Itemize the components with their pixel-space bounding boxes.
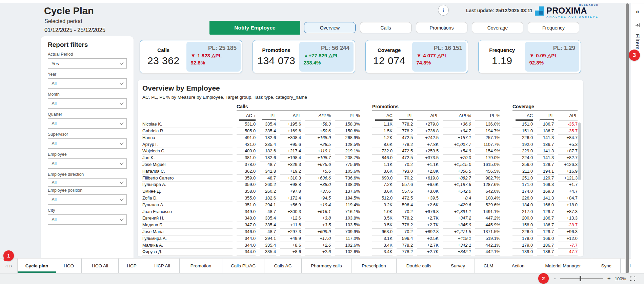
tab-promotions[interactable]: Promotions [416,22,467,33]
table-cell: 351.0 [237,202,256,209]
column-header-coverage-pl[interactable]: ΔPL [558,113,578,118]
column-header-calls-ac[interactable]: AC ↓ [237,113,256,118]
table-row[interactable]: Малика А.344.0335.4+8.6+2.6102.6%3.4K778… [142,242,579,249]
table-row[interactable]: Наталия С.362.0342.8+19.2+5.6105.6%3.6K7… [142,168,579,175]
next-page-arrow-icon[interactable]: ▷ [10,264,13,268]
bottom-tab-action[interactable]: Action [502,259,534,273]
bottom-tab-calls-ac[interactable]: Calls AC [264,259,302,273]
table-cell: +2.8K [417,168,439,175]
bottom-tab-hco[interactable]: HCO [56,259,82,273]
prev-page-arrow-icon[interactable]: ◁ [5,264,7,268]
bottom-tab-pharmacy-calls[interactable]: Pharmacy calls [302,259,351,273]
column-header-calls-pl[interactable]: ΔPL [280,113,301,118]
bottom-tab-hco-all[interactable]: HCO All [82,259,119,273]
filter-dropdown-supervisor[interactable]: All [48,138,127,149]
bottom-tab-double-calls[interactable]: Double calls [397,259,441,273]
filter-dropdown-month[interactable]: All [48,98,127,109]
table-scrollbar[interactable] [578,122,581,180]
zoom-out-button[interactable]: - [554,277,556,280]
tab-coverage[interactable]: Coverage [472,22,523,33]
zoom-in-button[interactable]: + [607,277,611,280]
column-header-promotions-pl[interactable]: PL % [475,113,500,118]
kpi-plan-box: PL: 1.29▼-0.09 △PL92.8% [525,42,579,72]
column-header-promotions-pl[interactable]: ΔPL [417,113,439,118]
column-header-calls-pl[interactable]: PL % [335,113,360,118]
bottom-tab-survey[interactable]: Survey [441,259,475,273]
filter-dropdown-city[interactable]: All [48,214,127,225]
matrix: CallsPromotionsCoverageAC ↓PLΔPLΔPL%PL %… [142,102,579,255]
filter-dropdown-quarter[interactable]: All [48,118,127,129]
bottom-tab-promotion[interactable]: Promotion [180,259,222,273]
collapse-filters-icon[interactable] [635,23,640,28]
column-header-promotions-ac[interactable]: AC [372,113,393,118]
table-cell: 179.0 [512,242,533,249]
expand-filters-chevron-icon[interactable]: « [636,8,639,15]
table-row[interactable]: Артур Г.431.0335.4+95.6+28.5128.5%8.6K77… [142,141,579,148]
info-icon[interactable]: i [438,5,449,16]
filter-dropdown-employee-direction[interactable]: All [48,178,127,187]
table-row[interactable]: Гульмира А.344.0294.1+49.9+17.0117.0%3.1… [142,235,579,242]
selected-period-label: Selected period [44,18,82,24]
bottom-tab-clm[interactable]: CLM [475,259,502,273]
bottom-tab-sync[interactable]: Sync [592,259,621,273]
zoom-level: 100% [615,276,626,281]
table-row[interactable]: Евгений Н.348.0335.4+12.6+3.8103.8%3.5K7… [142,215,579,222]
table-row[interactable]: Jose Maria346.048.7+297.3+609.9709.9%963… [142,229,579,235]
table-cell: 732.0 [372,148,393,155]
table-row[interactable]: Гульнара А.359.0260.2+98.8+38.0138.0%7.2… [142,182,579,188]
column-header-coverage-ac[interactable]: AC [512,113,533,118]
bottom-tab-prescription[interactable]: Prescription [351,259,397,273]
column-header-calls-pl[interactable]: ΔPL% [305,113,331,118]
column-header-promotions-pl[interactable]: ΔPL% [443,113,471,118]
header-underline [280,120,301,121]
page-scrollbar[interactable] [625,3,629,273]
bottom-tab-cycle-plan[interactable]: Cycle plan [18,259,56,273]
filter-dropdown-actual-period[interactable]: Yes [48,58,127,69]
table-row[interactable]: Wojciech C.400.0182.6+217.4+119.1219.1%7… [142,148,579,155]
notify-employee-button[interactable]: Notify Employee [209,21,300,35]
zoom-slider[interactable] [560,278,603,279]
table-cell: 3.5K [372,222,393,229]
kpi-card-promotions[interactable]: Promotions134 073PL: 56 244▲+77 829 △PL2… [253,40,355,73]
table-row[interactable]: Фируза Д.344.0335.4+8.6+2.6102.6%3.4K778… [142,249,579,255]
table-cell: +1,271.5 [443,229,471,235]
table-cell: +58.3 [305,121,331,128]
table-row[interactable]: Filiberto Carrero359.048.7+310.3+636.673… [142,175,579,182]
column-header-calls-pl[interactable]: PL [260,113,276,118]
column-header-promotions-pl[interactable]: PL [397,113,413,118]
fit-to-page-icon[interactable] [630,277,635,281]
bottom-tab-hcp[interactable]: HCP [119,259,145,273]
table-cell: +11.6 [280,222,301,229]
table-row[interactable]: Эмине Д.358.0260.2+97.8+37.6137.6%3.6K55… [142,188,579,195]
kpi-card-coverage[interactable]: Coverage12 074PL: 16 151▼-4 077 △PL74.8% [365,40,468,73]
table-cell: 400.0 [237,148,256,155]
table-row[interactable]: Hanna491.0182.6+308.4+168.9268.9%1.2K472… [142,135,579,141]
bottom-tab-material-manager[interactable]: Material Manager [534,259,592,273]
kpi-card-frequency[interactable]: Frequency1.19PL: 1.29▼-0.09 △PL92.8% [478,40,581,73]
bottom-tab-bar: ◁ ▷ Cycle planHCOHCO AllHCPHCP AllPromot… [0,258,644,273]
bottom-tab-hcp-all[interactable]: HCP All [145,259,180,273]
kpi-card-calls[interactable]: Calls23 362PL: 25 185▼-1 823 △PL92.8% [140,40,242,73]
table-cell: +2.7K [417,242,439,249]
table-row[interactable]: Juan Francisco349.048.7+300.3+616.1716.1… [142,208,579,215]
table-row[interactable]: Мадина Б.347.0335.4+11.6+3.5103.5%3.5K77… [142,222,579,229]
chevron-down-icon [120,197,123,201]
filter-dropdown-year[interactable]: All [48,78,127,89]
tab-calls[interactable]: Calls [360,22,411,33]
column-header-coverage-pl[interactable]: PL [537,113,554,118]
bottom-tab-calls-pl-ac[interactable]: Calls PL/AC [222,259,264,273]
table-row[interactable]: Гульжан А351.0294.1+56.9+19.4119.4%3.2K5… [142,202,579,209]
table-row[interactable]: Jan K.381.0182.6+198.4+108.7208.7%846.04… [142,155,579,162]
zoom-slider-handle[interactable] [580,276,581,281]
tab-frequency[interactable]: Frequency [528,22,579,33]
filter-dropdown-employee[interactable]: All [48,158,127,169]
table-row[interactable]: Nicolae K.531.0335.4+195.6+58.3158.3%1.1… [142,121,579,128]
table-cell: 736.6% [335,175,360,182]
table-row[interactable]: Zofia D.355.0182.6+172.4+94.5194.5%512.0… [142,195,579,202]
kpi-percent: 238.4% [303,60,349,65]
filter-dropdown-employee-position[interactable]: All [48,194,127,205]
table-row[interactable]: Gabriela R.505.0335.4+169.6+50.6150.6%1.… [142,128,579,135]
tab-overview[interactable]: Overview [304,22,356,33]
page-scrollbar-thumb[interactable] [626,3,629,273]
table-row[interactable]: Jose Miguel378.048.7+329.3+675.6775.6%1.… [142,162,579,168]
